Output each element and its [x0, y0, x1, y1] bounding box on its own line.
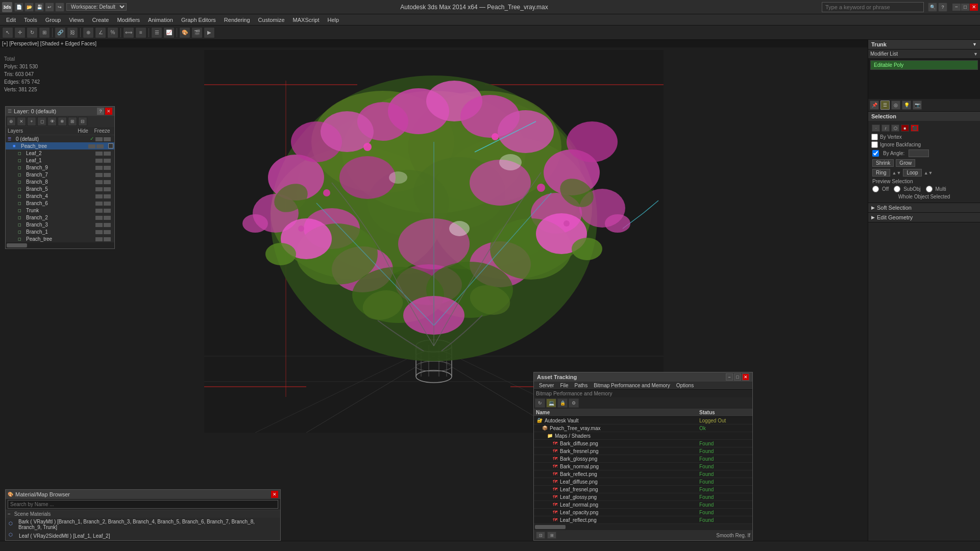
at-options[interactable]: ⚙ [569, 398, 579, 408]
asset-row[interactable]: 📦 Peach_Tree_vray.max Ok [534, 424, 752, 432]
help-btn[interactable]: ? [938, 3, 947, 12]
search-input[interactable] [822, 2, 924, 12]
asset-row[interactable]: 🔐 Autodesk Vault Logged Out [534, 417, 752, 424]
poly-sel-btn[interactable]: ■ [901, 124, 909, 132]
layer-item[interactable]: ◻Branch_6 [6, 199, 114, 207]
border-sel-btn[interactable]: ⬡ [891, 124, 899, 132]
mirror-tool[interactable]: ⟺ [123, 27, 134, 38]
asset-row[interactable]: 🗺 Bark_glossy.png Found [534, 455, 752, 463]
layer-item[interactable]: ☰0 (default)✓ [6, 135, 114, 142]
show-result-icon[interactable]: ◎ [891, 101, 900, 110]
minimize-btn[interactable]: − [952, 4, 961, 11]
ring-btn[interactable]: Ring [872, 169, 890, 177]
maximize-btn[interactable]: □ [961, 4, 969, 11]
asset-row[interactable]: 🗺 Leaf_glossy.png Found [534, 493, 752, 501]
ignore-backfacing-check[interactable] [871, 141, 878, 148]
at-refresh[interactable]: ↻ [535, 398, 545, 408]
asset-row[interactable]: 🗺 Leaf_reflect.png Found [534, 516, 752, 524]
menu-item-edit[interactable]: Edit [2, 16, 20, 24]
menu-item-tools[interactable]: Tools [20, 16, 41, 24]
layer-freeze-all[interactable]: ❄ [58, 117, 67, 126]
layer-item[interactable]: ◻Branch_7 [6, 171, 114, 178]
at-icon2[interactable]: ⊞ [547, 532, 556, 539]
material-row[interactable]: ⬡ Bark ( VRayMtl ) [Branch_1, Branch_2, … [6, 518, 280, 531]
layer-hide-all[interactable]: 👁 [47, 117, 57, 126]
shrink-btn[interactable]: Shrink [872, 159, 894, 167]
at-menu-item[interactable]: Bitmap Performance and Memory [591, 382, 673, 389]
material-browser-close[interactable]: ✕ [271, 491, 278, 498]
open-btn[interactable]: 📂 [24, 3, 34, 12]
asset-row[interactable]: 🗺 Leaf_fresnel.png Found [534, 486, 752, 493]
menu-item-views[interactable]: Views [65, 16, 88, 24]
edit-geometry-section[interactable]: ▶ Edit Geometry [868, 213, 980, 222]
menu-item-rendering[interactable]: Rendering [220, 16, 254, 24]
at-menu-item[interactable]: Paths [572, 382, 591, 389]
layer-add-sel[interactable]: + [27, 117, 36, 126]
vertex-sel-btn[interactable]: · [872, 124, 880, 132]
layer-item[interactable]: ◻Branch_5 [6, 185, 114, 192]
rotate-tool[interactable]: ↻ [27, 27, 38, 38]
layer-item[interactable]: ◻Branch_8 [6, 178, 114, 185]
layer-panel-help[interactable]: ? [97, 108, 104, 115]
by-angle-check[interactable] [872, 150, 879, 157]
editable-poly-modifier[interactable]: Editable Poly [870, 60, 978, 70]
layer-item[interactable]: ◻Branch_9 [6, 164, 114, 171]
asset-row[interactable]: 📁 Maps / Shaders [534, 432, 752, 440]
scale-tool[interactable]: ⊞ [39, 27, 50, 38]
layer-item[interactable]: ◻Trunk [6, 207, 114, 214]
mat-editor[interactable]: 🎨 [179, 27, 190, 38]
save-btn[interactable]: 💾 [35, 3, 44, 12]
viewport-area[interactable]: [+] [Perspective] [Shaded + Edged Faces]… [0, 40, 868, 551]
menu-item-graph-editors[interactable]: Graph Editors [177, 16, 220, 24]
layer-expand[interactable]: ⊞ [68, 117, 77, 126]
workspace-selector[interactable]: Workspace: Default [66, 3, 127, 11]
layer-item[interactable]: ◻Peach_tree [6, 235, 114, 242]
at-menu-item[interactable]: Options [673, 382, 697, 389]
select-tool[interactable]: ↖ [2, 27, 13, 38]
menu-item-create[interactable]: Create [88, 16, 113, 24]
loop-spinner[interactable]: ▲▼ [924, 170, 933, 176]
curve-editor[interactable]: 📈 [163, 27, 175, 38]
at-menu-item[interactable]: File [557, 382, 571, 389]
ring-spinner[interactable]: ▲▼ [892, 170, 901, 176]
layer-item[interactable]: ■Peach_tree [6, 142, 114, 149]
layer-item[interactable]: ◻Leaf_2 [6, 149, 114, 157]
material-row[interactable]: ⬡ Leaf ( VRay2SidedMtl ) [Leaf_1, Leaf_2… [6, 531, 280, 540]
at-minimize[interactable]: − [726, 373, 733, 381]
layer-delete[interactable]: ✕ [17, 117, 26, 126]
at-icon1[interactable]: ⊡ [536, 532, 545, 539]
asset-row[interactable]: 🗺 Leaf_diffuse.png Found [534, 478, 752, 486]
off-radio[interactable] [872, 186, 879, 192]
layer-panel-close[interactable]: ✕ [105, 108, 112, 115]
loop-btn[interactable]: Loop [903, 169, 921, 177]
asset-row[interactable]: 🗺 Leaf_normal.png Found [534, 501, 752, 509]
new-btn[interactable]: 📄 [14, 3, 23, 12]
modifier-dropdown-icon[interactable]: ▼ [973, 52, 978, 57]
soft-selection-section[interactable]: ▶ Soft Selection [868, 203, 980, 213]
render-btn[interactable]: ▶ [204, 27, 215, 38]
layer-panel-titlebar[interactable]: ☰ Layer: 0 (default) ? ✕ [6, 107, 114, 116]
asset-row[interactable]: 🗺 Bark_reflect.png Found [534, 470, 752, 478]
at-local[interactable]: 💻 [546, 398, 556, 408]
render-setup[interactable]: 🎬 [191, 27, 203, 38]
close-btn[interactable]: ✕ [970, 4, 978, 11]
angle-snap[interactable]: ∠ [95, 27, 106, 38]
menu-item-modifiers[interactable]: Modifiers [113, 16, 144, 24]
snap-tool[interactable]: ⊕ [83, 27, 94, 38]
undo-btn[interactable]: ↩ [45, 3, 54, 12]
layer-collapse[interactable]: ⊟ [78, 117, 87, 126]
layer-item[interactable]: ◻Branch_1 [6, 228, 114, 235]
subcobj-radio[interactable] [894, 186, 900, 192]
menu-item-maxscript[interactable]: MAXScript [289, 16, 324, 24]
unlink-tool[interactable]: ⛓ [67, 27, 78, 38]
layer-scrollbar-h[interactable] [6, 242, 114, 248]
pin-icon[interactable]: 📌 [870, 101, 879, 110]
layer-item[interactable]: ◻Branch_3 [6, 221, 114, 228]
redo-btn[interactable]: ↪ [55, 3, 64, 12]
layer-item[interactable]: ◻Branch_4 [6, 192, 114, 199]
asset-row[interactable]: 🗺 Bark_normal.png Found [534, 463, 752, 470]
element-sel-btn[interactable]: ⬛ [911, 124, 919, 132]
layer-new[interactable]: ⊕ [7, 117, 16, 126]
layer-sel-obj[interactable]: ◻ [37, 117, 46, 126]
lights-icon[interactable]: 💡 [902, 101, 911, 110]
